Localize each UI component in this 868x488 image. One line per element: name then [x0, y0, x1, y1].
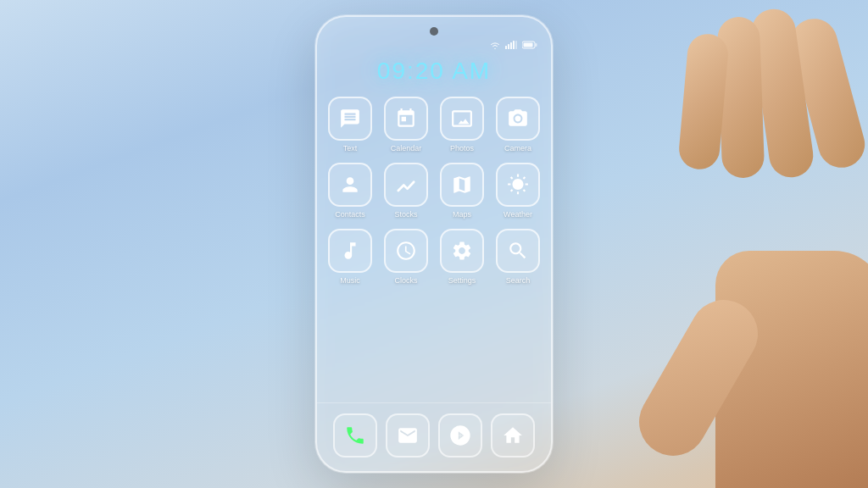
- app-icon-calendar: [384, 97, 428, 141]
- status-bar: [317, 39, 551, 53]
- app-label-text: Text: [343, 144, 358, 152]
- dock-home[interactable]: [491, 413, 535, 458]
- app-label-contacts: Contacts: [335, 210, 365, 219]
- dock-mail[interactable]: [386, 413, 430, 458]
- svg-rect-7: [536, 43, 537, 47]
- dock-icon-home: [491, 413, 535, 458]
- app-label-photos: Photos: [450, 144, 474, 152]
- dock-icon-safari: [438, 413, 482, 458]
- app-photos[interactable]: Photos: [438, 97, 486, 152]
- svg-rect-2: [510, 42, 512, 49]
- dock: [317, 402, 551, 458]
- app-label-calendar: Calendar: [391, 144, 422, 152]
- app-icon-text: [328, 97, 372, 141]
- app-label-settings: Settings: [448, 276, 476, 285]
- dock-icon-phone: [333, 413, 377, 458]
- app-stocks[interactable]: Stocks: [382, 163, 430, 219]
- app-icon-maps: [440, 163, 484, 207]
- dock-safari[interactable]: [438, 413, 482, 458]
- app-label-clocks: Clocks: [394, 276, 417, 285]
- app-music[interactable]: Music: [326, 229, 374, 285]
- app-icon-photos: [440, 97, 484, 141]
- app-settings[interactable]: Settings: [438, 229, 486, 285]
- app-label-search: Search: [506, 276, 531, 285]
- phone: 09:20 AM TextCalendarPhotosCameraContact…: [315, 15, 553, 473]
- svg-rect-3: [513, 41, 515, 49]
- app-label-weather: Weather: [504, 210, 532, 219]
- app-icon-stocks: [384, 163, 428, 207]
- app-clocks[interactable]: Clocks: [382, 229, 430, 285]
- app-icon-weather: [496, 163, 540, 207]
- svg-rect-4: [515, 41, 517, 49]
- time-display: 09:20 AM: [377, 58, 491, 85]
- dock-icon-mail: [386, 413, 430, 458]
- svg-rect-6: [524, 43, 533, 47]
- app-camera[interactable]: Camera: [494, 97, 542, 152]
- app-search[interactable]: Search: [494, 229, 542, 285]
- app-label-maps: Maps: [453, 210, 471, 219]
- app-label-stocks: Stocks: [394, 210, 417, 219]
- app-icon-camera: [496, 97, 540, 141]
- dock-phone[interactable]: [333, 413, 377, 458]
- app-icon-search: [496, 229, 540, 273]
- app-text[interactable]: Text: [326, 97, 374, 152]
- battery-icon: [522, 41, 537, 51]
- signal-icon: [505, 41, 517, 51]
- app-label-camera: Camera: [504, 144, 531, 152]
- app-contacts[interactable]: Contacts: [326, 163, 374, 219]
- wifi-icon: [490, 42, 500, 51]
- app-icon-contacts: [328, 163, 372, 207]
- app-label-music: Music: [340, 276, 360, 285]
- app-maps[interactable]: Maps: [438, 163, 486, 219]
- app-icon-clocks: [384, 229, 428, 273]
- camera-dot: [430, 27, 438, 36]
- svg-rect-1: [508, 44, 509, 49]
- svg-rect-0: [505, 46, 507, 49]
- app-grid: TextCalendarPhotosCameraContactsStocksMa…: [318, 97, 550, 285]
- app-weather[interactable]: Weather: [494, 163, 542, 219]
- app-icon-settings: [440, 229, 484, 273]
- app-calendar[interactable]: Calendar: [382, 97, 430, 152]
- app-icon-music: [328, 229, 372, 273]
